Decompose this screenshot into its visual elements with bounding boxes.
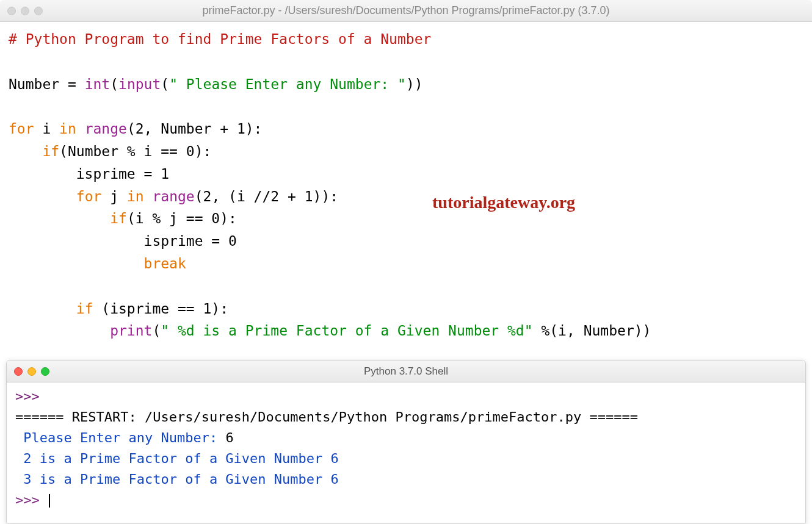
code-text	[9, 256, 144, 271]
code-text: (2, (i //2 + 1)):	[195, 188, 338, 204]
code-text: (i % j == 0):	[127, 210, 237, 226]
shell-input-value: 6	[225, 430, 233, 445]
shell-titlebar[interactable]: Python 3.7.0 Shell	[7, 361, 805, 382]
code-keyword: in	[127, 188, 144, 204]
code-text: %(i, Number))	[533, 323, 651, 339]
editor-titlebar[interactable]: primeFactor.py - /Users/suresh/Documents…	[0, 0, 812, 22]
shell-output[interactable]: >>> ====== RESTART: /Users/suresh/Docume…	[7, 382, 805, 515]
shell-output-line: 2 is a Prime Factor of a Given Number 6	[15, 451, 339, 466]
shell-output-line: 3 is a Prime Factor of a Given Number 6	[15, 472, 339, 487]
code-text	[144, 188, 153, 204]
code-string: " Please Enter any Number: "	[169, 76, 406, 92]
code-text: (	[161, 76, 169, 92]
close-icon[interactable]	[7, 7, 16, 15]
code-keyword: for	[9, 121, 34, 137]
code-string: " %d is a Prime Factor of a Given Number…	[161, 323, 532, 339]
code-editor[interactable]: # Python Program to find Prime Factors o…	[0, 22, 812, 348]
cursor-icon	[49, 494, 50, 508]
code-text: i	[34, 121, 60, 137]
code-text: Number =	[9, 76, 85, 92]
minimize-icon[interactable]	[27, 367, 36, 376]
code-text: (	[110, 76, 118, 92]
code-keyword: if	[76, 301, 93, 317]
code-comment: # Python Program to find Prime Factors o…	[9, 31, 431, 47]
minimize-icon[interactable]	[21, 7, 29, 15]
shell-prompt: >>>	[15, 492, 48, 508]
shell-traffic-lights	[14, 367, 49, 376]
shell-restart-line: ====== RESTART: /Users/suresh/Documents/…	[15, 409, 638, 425]
editor-window: primeFactor.py - /Users/suresh/Documents…	[0, 0, 812, 357]
code-text: j	[101, 188, 127, 204]
code-keyword: if	[110, 210, 127, 226]
code-text	[9, 210, 110, 226]
code-keyword: break	[144, 256, 186, 271]
editor-title: primeFactor.py - /Users/suresh/Documents…	[202, 4, 609, 17]
editor-traffic-lights	[7, 7, 43, 15]
code-builtin: range	[85, 121, 127, 137]
code-builtin: print	[110, 323, 152, 339]
code-keyword: in	[59, 121, 76, 137]
code-keyword: for	[76, 188, 102, 204]
shell-title: Python 3.7.0 Shell	[364, 365, 448, 378]
code-builtin: int	[85, 76, 111, 92]
code-text	[9, 188, 76, 204]
code-text: (2, Number + 1):	[127, 121, 263, 137]
shell-prompt: >>>	[15, 389, 48, 404]
maximize-icon[interactable]	[41, 367, 49, 376]
code-builtin: range	[152, 188, 194, 204]
close-icon[interactable]	[14, 367, 23, 376]
code-text: isprime = 1	[9, 166, 169, 182]
code-builtin: input	[118, 76, 161, 92]
code-text: (	[152, 323, 161, 339]
code-keyword: if	[42, 143, 59, 159]
maximize-icon[interactable]	[34, 7, 43, 15]
code-text	[9, 323, 110, 339]
code-text: (isprime == 1):	[93, 301, 228, 317]
code-text	[9, 143, 42, 159]
shell-output-line: Please Enter any Number:	[15, 430, 225, 445]
code-text: (Number % i == 0):	[59, 143, 211, 159]
shell-window: Python 3.7.0 Shell >>> ====== RESTART: /…	[6, 360, 806, 523]
code-text: ))	[406, 76, 423, 92]
code-text	[76, 121, 85, 137]
code-text	[9, 301, 76, 317]
code-text: isprime = 0	[9, 233, 237, 249]
watermark-text: tutorialgateway.org	[432, 193, 575, 212]
